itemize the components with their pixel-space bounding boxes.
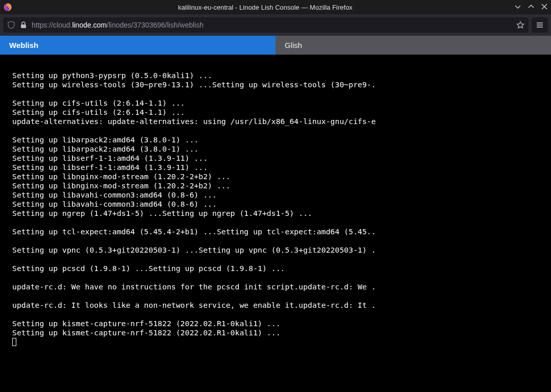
minimize-icon[interactable] [514,3,521,12]
firefox-icon [3,3,12,12]
maximize-icon[interactable] [528,3,535,12]
terminal-output[interactable]: Setting up python3-pypsrp (0.5.0-0kali1)… [0,55,551,355]
bookmark-star-icon[interactable] [516,21,524,29]
tab-label: Weblish [9,41,38,50]
svg-rect-3 [21,24,26,28]
window-title: kalilinux-eu-central - Linode Lish Conso… [16,4,514,11]
terminal-lines: Setting up python3-pypsrp (0.5.0-0kali1)… [12,71,539,337]
url-bar[interactable]: https://cloud.linode.com/linodes/3730369… [3,17,529,33]
tab-label: Glish [285,41,302,50]
lish-tabs: Weblish Glish [0,36,551,55]
app-menu-button[interactable] [532,17,548,33]
tab-glish[interactable]: Glish [276,36,551,55]
shield-icon [7,21,15,29]
browser-navbar: https://cloud.linode.com/linodes/3730369… [0,14,551,36]
close-icon[interactable] [541,3,548,12]
terminal-cursor [12,338,16,346]
window-titlebar: kalilinux-eu-central - Linode Lish Conso… [0,0,551,14]
tab-weblish[interactable]: Weblish [0,36,276,55]
lock-icon [19,21,28,29]
url-text: https://cloud.linode.com/linodes/3730369… [32,21,512,29]
